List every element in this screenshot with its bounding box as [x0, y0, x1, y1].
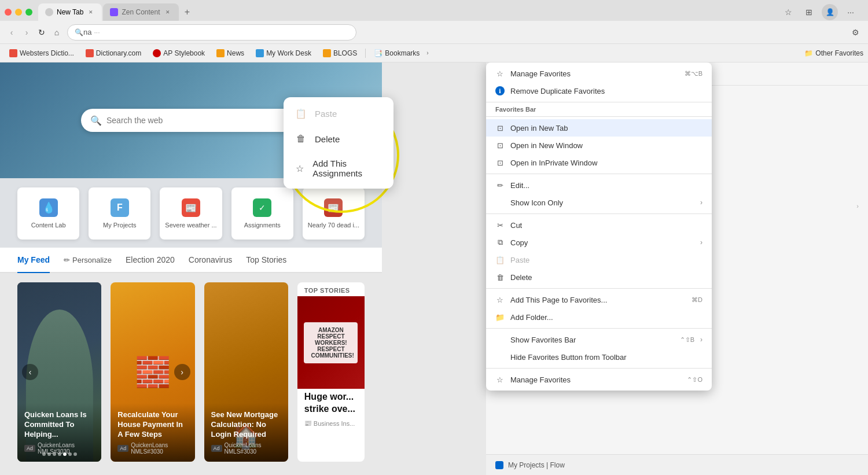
carousel-next-button[interactable]: › [174, 364, 190, 380]
ctx-remove-duplicate-label: Remove Duplicate Favorites [510, 87, 703, 95]
shortcut-icon-content-lab: 💧 [39, 198, 58, 217]
fav-ap[interactable]: AP Stylebook [148, 47, 209, 59]
bookmark-icon: 📑 [374, 49, 382, 57]
shortcut-assignments[interactable]: ✓ Assignments [231, 187, 293, 240]
ctx-open-new-tab[interactable]: ⊡ Open in New Tab [486, 119, 712, 137]
news-card-3-ad: QuickenLoans NMLS#3030 [225, 442, 281, 455]
ctx-cut[interactable]: ✂ Cut [486, 216, 712, 234]
favorites-icon[interactable]: ☆ [780, 4, 796, 20]
tab-personalize[interactable]: ✏ Personalize [64, 247, 112, 273]
ctx-section-2: ⊡ Open in New Tab ⊡ Open in New Window ⊡… [486, 117, 712, 174]
address-input[interactable]: 🔍 na ··· [67, 24, 356, 40]
window-controls [5, 9, 32, 16]
amazon-sign-line3: WORKERS! [311, 340, 351, 346]
shortcut-nearly-70[interactable]: 📰 Nearly 70 dead i... [303, 187, 365, 240]
collections-icon[interactable]: ⊞ [801, 4, 817, 20]
ctx-hide-favorites-btn[interactable]: Hide Favorites Button from Toolbar [486, 348, 712, 366]
ctx-show-icon-only[interactable]: Show Icon Only › [486, 194, 712, 211]
tab-top-stories[interactable]: Top Stories [246, 247, 286, 273]
source-logo-icon: 📰 [304, 420, 311, 426]
ctx-manage-favorites-2[interactable]: ☆ Manage Favorites ⌃⇧O [486, 371, 712, 388]
ctx-open-new-window[interactable]: ⊡ Open in New Window [486, 137, 712, 154]
top-stories-card[interactable]: TOP STORIES AMAZON RESPECT WORKERS! RESP… [297, 282, 365, 462]
ad-badge-2: Ad [117, 445, 128, 452]
fav-favicon-blogs [323, 49, 331, 57]
new-tab-button[interactable]: + [180, 5, 195, 20]
ad-badge-1: Ad [24, 445, 35, 452]
tab-close-new[interactable]: ✕ [87, 8, 95, 16]
ctx-add-folder-label: Add Folder... [510, 313, 703, 322]
shortcut-label-assignments: Assignments [244, 222, 281, 229]
shortcut-severe-weather[interactable]: 📰 Severe weather ... [160, 187, 222, 240]
search-bar[interactable]: 🔍 [81, 109, 301, 132]
mini-context-menu: 📋 Paste 🗑 Delete ☆ Add This Assignments [284, 97, 393, 189]
fav-bookmarks[interactable]: 📑 Bookmarks [369, 47, 424, 59]
mini-paste-label: Paste [315, 109, 337, 119]
fav-news[interactable]: News [212, 47, 249, 59]
address-bar: ‹ › ↻ ⌂ 🔍 na ··· ⚙ [0, 21, 868, 44]
ctx-copy[interactable]: ⧉ Copy › [486, 234, 712, 251]
account-button[interactable]: 👤 [822, 4, 838, 20]
mini-ctx-delete[interactable]: 🗑 Delete [284, 126, 393, 152]
news-card-3[interactable]: 🏠 See New Mortgage Calculation: No Login… [204, 282, 288, 462]
fav-dictionary[interactable]: Dictionary.com [81, 47, 146, 59]
tab-election[interactable]: Election 2020 [126, 247, 175, 273]
shortcut-icon-nearly-70: 📰 [324, 198, 343, 217]
ctx-edit[interactable]: ✏ Edit... [486, 176, 712, 194]
tab-coronavirus-label: Coronavirus [189, 255, 232, 264]
carousel-prev-button[interactable]: ‹ [22, 364, 38, 380]
fav-blogs[interactable]: BLOGS [318, 47, 362, 59]
top-stories-source: 📰 Business Ins... [297, 420, 365, 432]
tab-zen[interactable]: Zen Content ✕ [103, 3, 178, 21]
copy-arrow: › [700, 238, 703, 246]
ctx-delete[interactable]: 🗑 Delete [486, 268, 712, 286]
amazon-sign-line1: AMAZON [311, 327, 351, 333]
ctx-manage-favorites[interactable]: ☆ Manage Favorites ⌘⌥B [486, 65, 712, 82]
ctx-add-page[interactable]: ☆ Add This Page to Favorites... ⌘D [486, 291, 712, 308]
search-input[interactable] [106, 116, 292, 125]
news-card-1[interactable]: ‹ Quicken Loans Is Committed To Helping.… [17, 282, 101, 462]
shortcut-my-projects[interactable]: F My Projects [89, 187, 150, 240]
fav-more-indicator: › [426, 50, 428, 56]
fav-websters[interactable]: Websters Dictio... [5, 47, 79, 59]
shortcut-label-nearly-70: Nearly 70 dead i... [308, 222, 359, 229]
other-favorites[interactable]: 📁 Other Favorites [804, 49, 863, 57]
pencil-icon: ✏ [64, 256, 70, 264]
favorites-bar-heading: Favorites Bar [486, 102, 712, 117]
refresh-button[interactable]: ↻ [35, 25, 49, 39]
news-card-2[interactable]: 🧱 Recalculate Your House Payment In A Fe… [111, 282, 194, 462]
home-button[interactable]: ⌂ [50, 25, 64, 39]
tab-close-zen[interactable]: ✕ [164, 8, 172, 16]
mini-ctx-add-this[interactable]: ☆ Add This Assignments [284, 152, 393, 185]
close-window-btn[interactable] [5, 9, 12, 16]
bottom-label: My Projects | Flow [508, 461, 565, 469]
mini-add-label: Add This Assignments [312, 159, 382, 178]
ctx-open-inprivate[interactable]: ⊡ Open in InPrivate Window [486, 154, 712, 171]
gear-icon[interactable]: ⚙ [847, 24, 863, 40]
ctx-show-favorites-bar[interactable]: Show Favorites Bar ⌃⇧B › [486, 331, 712, 348]
search-icon: 🔍 [75, 28, 83, 36]
forward-button[interactable]: › [20, 25, 34, 39]
fav-mywork[interactable]: My Work Desk [251, 47, 316, 59]
more-options-icon[interactable]: ··· [843, 4, 859, 20]
tab-new-tab[interactable]: New Tab ✕ [38, 3, 102, 21]
tab-coronavirus[interactable]: Coronavirus [189, 247, 232, 273]
ctx-paste: 📋 Paste [486, 251, 712, 268]
bottom-favicon [495, 461, 503, 469]
ctx-remove-duplicate[interactable]: ℹ Remove Duplicate Favorites [486, 82, 712, 100]
maximize-window-btn[interactable] [25, 9, 32, 16]
show-icon-arrow: › [700, 198, 703, 207]
fav-label-mywork: My Work Desk [266, 49, 311, 57]
shortcut-content-lab[interactable]: 💧 Content Lab [17, 187, 79, 240]
ctx-add-folder[interactable]: 📁 Add Folder... [486, 308, 712, 326]
ctx-add-page-shortcut: ⌘D [692, 296, 703, 304]
fav-label-dictionary: Dictionary.com [96, 49, 141, 57]
back-button[interactable]: ‹ [5, 25, 19, 39]
favorites-panel-bottom[interactable]: My Projects | Flow [486, 454, 868, 475]
tab-my-feed[interactable]: My Feed [17, 248, 50, 273]
ctx-manage-fav-2-label: Manage Favorites [510, 375, 681, 384]
minimize-window-btn[interactable] [15, 9, 22, 16]
fav-label-ap: AP Stylebook [163, 49, 205, 57]
manage-favorites-icon: ☆ [495, 69, 505, 78]
fav-favicon-dictionary [86, 49, 94, 57]
